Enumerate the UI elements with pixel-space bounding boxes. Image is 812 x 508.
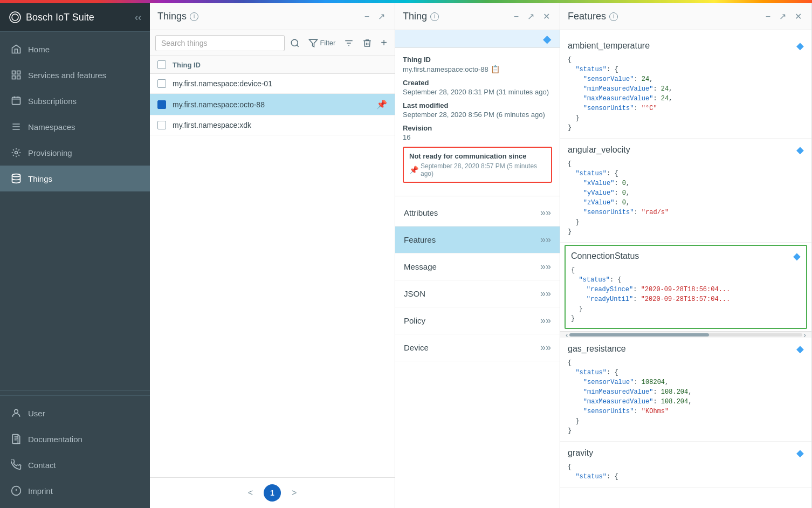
chevron-right-icon: »» [540,342,551,353]
contact-icon [11,459,22,470]
sidebar-item-services[interactable]: Services and features [0,62,150,88]
sidebar-item-things[interactable]: Things [0,166,150,191]
feature-name-connection-status: ConnectionStatus ◆ [571,250,801,262]
things-expand-button[interactable]: ↗ [376,10,387,23]
section-item-message[interactable]: Message »» [395,253,560,280]
thing-header-diamond: ◆ [395,30,560,48]
feature-item-gas-resistance[interactable]: gas_resistance ◆ { "status": { "sensorVa… [560,338,811,442]
feature-item-ambient-temperature[interactable]: ambient_temperature ◆ { "status": { "sen… [560,35,811,139]
feature-heart-icon-4[interactable]: ◆ [796,447,804,459]
things-info-icon[interactable]: i [190,12,198,21]
feature-heart-icon-1[interactable]: ◆ [796,144,804,156]
things-panel-controls: − ↗ [362,10,387,23]
thing-minimize-button[interactable]: − [512,11,521,23]
search-button[interactable] [288,36,302,50]
svg-rect-2 [12,71,16,74]
features-panel-title: Features i [568,11,618,22]
svg-point-1 [12,14,18,20]
copy-icon[interactable]: 📋 [491,65,500,73]
features-horizontal-scrollbar[interactable]: ‹ › [560,331,811,338]
sort-icon [344,38,354,48]
section-item-device[interactable]: Device »» [395,334,560,361]
chevron-right-icon: »» [540,261,551,272]
feature-item-angular-velocity[interactable]: angular_velocity ◆ { "status": { "xValue… [560,139,811,243]
prev-page-button[interactable]: < [244,486,257,500]
features-expand-button[interactable]: ↗ [777,10,788,23]
feature-item-connection-status[interactable]: ConnectionStatus ◆ { "status": { "readyS… [565,245,807,329]
chevron-right-icon: »» [540,234,551,245]
sort-button[interactable] [342,36,356,50]
section-item-attributes[interactable]: Attributes »» [395,200,560,226]
section-item-features[interactable]: Features »» [395,226,560,253]
sidebar-collapse-button[interactable]: ‹‹ [135,12,141,23]
delete-button[interactable] [360,36,374,50]
sidebar-item-contact[interactable]: Contact [0,452,150,478]
scroll-right-button[interactable]: › [802,329,807,340]
namespaces-icon [11,121,22,132]
search-input[interactable] [155,35,285,51]
features-panel: Features i − ↗ ✕ ambient_temperature ◆ { [560,3,812,508]
feature-json-0: { "status": { "sensorValue": 24, "minMea… [568,55,804,133]
svg-rect-5 [17,76,20,79]
svg-point-8 [12,174,20,177]
svg-rect-4 [12,76,16,79]
row-checkbox-2[interactable] [157,121,166,129]
thing-id-2: my.first.namespace:xdk [173,121,387,129]
last-modified-label: Last modified [403,101,552,109]
feature-heart-icon-3[interactable]: ◆ [796,343,804,355]
sidebar: Bosch IoT Suite ‹‹ Home Services and fea… [0,3,150,508]
next-page-button[interactable]: > [287,486,301,500]
thing-diamond-icon: ◆ [543,32,551,45]
things-minimize-button[interactable]: − [362,11,371,23]
features-panel-header: Features i − ↗ ✕ [560,3,811,30]
table-row[interactable]: my.first.namespace:device-01 [150,74,395,94]
sidebar-item-provisioning[interactable]: Provisioning [0,140,150,166]
thing-panel-title: Thing i [403,11,439,22]
sidebar-item-home[interactable]: Home [0,36,150,62]
sidebar-item-label-namespaces: Namespaces [28,122,75,132]
chevron-right-icon: »» [540,207,551,218]
sidebar-item-imprint[interactable]: Imprint [0,478,150,504]
add-button[interactable]: + [379,35,389,51]
table-row[interactable]: my.first.namespace:octo-88 📌 [150,94,395,115]
filter-button[interactable]: Filter [306,36,338,50]
scroll-left-button[interactable]: ‹ [565,329,569,340]
sidebar-item-namespaces[interactable]: Namespaces [0,114,150,140]
select-all-checkbox[interactable] [157,60,166,69]
sidebar-item-label-imprint: Imprint [28,486,53,496]
sidebar-item-label-subscriptions: Subscriptions [28,97,77,106]
features-panel-controls: − ↗ ✕ [763,10,804,23]
features-close-button[interactable]: ✕ [793,10,804,23]
search-actions: Filter + [288,35,389,51]
thing-close-button[interactable]: ✕ [541,10,552,23]
user-icon [11,408,22,418]
features-minimize-button[interactable]: − [763,11,773,23]
provisioning-icon [11,147,22,158]
features-info-icon[interactable]: i [609,12,618,21]
thing-info-icon[interactable]: i [430,12,439,21]
section-item-json[interactable]: JSON »» [395,280,560,307]
things-panel: Things i − ↗ [150,3,395,508]
feature-heart-icon-2[interactable]: ◆ [793,250,801,262]
features-list: ambient_temperature ◆ { "status": { "sen… [560,30,811,508]
feature-item-gravity[interactable]: gravity ◆ { "status": { [560,442,811,488]
row-checkbox-0[interactable] [157,79,166,88]
feature-heart-icon-0[interactable]: ◆ [796,40,804,52]
feature-json-3: { "status": { "sensorValue": 108204, "mi… [568,358,804,436]
table-row[interactable]: my.first.namespace:xdk [150,115,395,135]
services-icon [11,70,22,80]
sidebar-item-user[interactable]: User [0,400,150,426]
feature-json-2: { "status": { "readySince": "2020-09-28T… [571,265,801,324]
sidebar-header: Bosch IoT Suite ‹‹ [0,3,150,32]
scroll-track[interactable] [569,333,803,337]
sidebar-item-documentation[interactable]: Documentation [0,426,150,452]
feature-name-angular-velocity: angular_velocity ◆ [568,144,804,156]
thing-info: Thing ID my.first.namespace:octo-88 📋 Cr… [395,48,560,196]
sidebar-footer: User Documentation Contact Imprint [0,395,150,508]
thing-expand-button[interactable]: ↗ [525,10,536,23]
row-checkbox-1[interactable] [157,100,166,109]
not-ready-label: Not ready for communication since [409,152,546,160]
sidebar-item-subscriptions[interactable]: Subscriptions [0,88,150,114]
sidebar-item-label-things: Things [28,174,52,183]
section-item-policy[interactable]: Policy »» [395,307,560,334]
